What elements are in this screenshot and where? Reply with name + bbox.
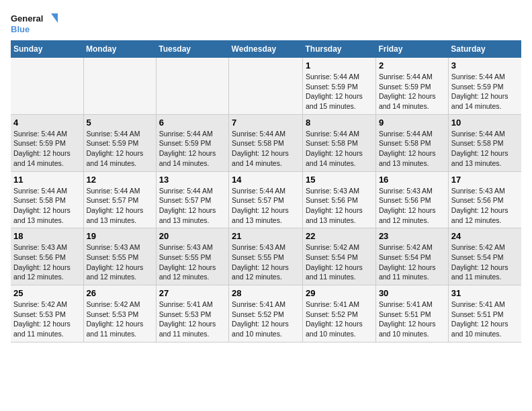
week-row-4: 18Sunrise: 5:43 AMSunset: 5:56 PMDayligh… xyxy=(11,228,521,285)
calendar-cell: 21Sunrise: 5:43 AMSunset: 5:55 PMDayligh… xyxy=(229,228,303,285)
day-info: Sunrise: 5:43 AMSunset: 5:56 PMDaylight:… xyxy=(451,186,519,226)
day-header-monday: Monday xyxy=(83,40,156,58)
calendar-cell: 4Sunrise: 5:44 AMSunset: 5:59 PMDaylight… xyxy=(11,114,83,171)
day-number: 6 xyxy=(159,118,226,128)
calendar-cell: 25Sunrise: 5:42 AMSunset: 5:53 PMDayligh… xyxy=(11,285,83,342)
calendar-cell: 18Sunrise: 5:43 AMSunset: 5:56 PMDayligh… xyxy=(11,228,83,285)
calendar-cell: 5Sunrise: 5:44 AMSunset: 5:59 PMDaylight… xyxy=(83,114,156,171)
day-info: Sunrise: 5:43 AMSunset: 5:56 PMDaylight:… xyxy=(306,186,373,226)
day-info: Sunrise: 5:42 AMSunset: 5:54 PMDaylight:… xyxy=(451,242,519,282)
day-number: 1 xyxy=(306,60,373,71)
day-number: 20 xyxy=(159,231,226,241)
calendar-cell: 10Sunrise: 5:44 AMSunset: 5:58 PMDayligh… xyxy=(448,114,521,171)
calendar-cell: 11Sunrise: 5:44 AMSunset: 5:58 PMDayligh… xyxy=(11,171,83,228)
day-header-saturday: Saturday xyxy=(448,40,521,58)
svg-marker-2 xyxy=(51,13,58,23)
day-info: Sunrise: 5:44 AMSunset: 5:59 PMDaylight:… xyxy=(87,129,153,169)
day-number: 13 xyxy=(159,175,226,185)
day-info: Sunrise: 5:44 AMSunset: 5:57 PMDaylight:… xyxy=(232,186,300,226)
week-row-2: 4Sunrise: 5:44 AMSunset: 5:59 PMDaylight… xyxy=(11,114,521,171)
day-info: Sunrise: 5:41 AMSunset: 5:52 PMDaylight:… xyxy=(232,300,300,339)
day-number: 11 xyxy=(13,175,81,185)
calendar-cell: 14Sunrise: 5:44 AMSunset: 5:57 PMDayligh… xyxy=(229,171,303,228)
day-number: 10 xyxy=(451,118,519,128)
calendar-cell: 20Sunrise: 5:43 AMSunset: 5:55 PMDayligh… xyxy=(156,228,228,285)
day-info: Sunrise: 5:44 AMSunset: 5:58 PMDaylight:… xyxy=(451,129,519,169)
calendar-cell: 23Sunrise: 5:42 AMSunset: 5:54 PMDayligh… xyxy=(375,228,448,285)
calendar-cell: 6Sunrise: 5:44 AMSunset: 5:59 PMDaylight… xyxy=(156,114,228,171)
calendar-cell: 9Sunrise: 5:44 AMSunset: 5:58 PMDaylight… xyxy=(375,114,448,171)
calendar-cell: 2Sunrise: 5:44 AMSunset: 5:59 PMDaylight… xyxy=(375,58,448,114)
calendar-cell: 13Sunrise: 5:44 AMSunset: 5:57 PMDayligh… xyxy=(156,171,228,228)
calendar-cell: 27Sunrise: 5:41 AMSunset: 5:53 PMDayligh… xyxy=(156,285,228,342)
svg-text:Blue: Blue xyxy=(11,24,30,34)
day-info: Sunrise: 5:43 AMSunset: 5:55 PMDaylight:… xyxy=(232,242,300,282)
day-info: Sunrise: 5:41 AMSunset: 5:53 PMDaylight:… xyxy=(159,300,226,339)
calendar-cell: 28Sunrise: 5:41 AMSunset: 5:52 PMDayligh… xyxy=(229,285,303,342)
day-info: Sunrise: 5:43 AMSunset: 5:55 PMDaylight:… xyxy=(87,242,153,282)
day-info: Sunrise: 5:44 AMSunset: 5:59 PMDaylight:… xyxy=(379,72,445,111)
day-info: Sunrise: 5:44 AMSunset: 5:59 PMDaylight:… xyxy=(13,129,81,169)
day-number: 22 xyxy=(306,231,373,241)
calendar-cell: 26Sunrise: 5:42 AMSunset: 5:53 PMDayligh… xyxy=(83,285,156,342)
week-row-5: 25Sunrise: 5:42 AMSunset: 5:53 PMDayligh… xyxy=(11,285,521,342)
calendar-cell: 31Sunrise: 5:41 AMSunset: 5:51 PMDayligh… xyxy=(448,285,521,342)
calendar-cell: 8Sunrise: 5:44 AMSunset: 5:58 PMDaylight… xyxy=(303,114,376,171)
day-number: 15 xyxy=(306,175,373,185)
day-info: Sunrise: 5:44 AMSunset: 5:58 PMDaylight:… xyxy=(13,186,81,226)
svg-text:General: General xyxy=(11,13,43,24)
day-number: 23 xyxy=(379,231,445,241)
day-header-thursday: Thursday xyxy=(303,40,376,58)
day-info: Sunrise: 5:41 AMSunset: 5:51 PMDaylight:… xyxy=(379,300,445,339)
day-info: Sunrise: 5:44 AMSunset: 5:59 PMDaylight:… xyxy=(451,72,519,111)
day-number: 12 xyxy=(87,175,153,185)
week-row-1: 1Sunrise: 5:44 AMSunset: 5:59 PMDaylight… xyxy=(11,58,521,114)
day-number: 2 xyxy=(379,60,445,71)
day-info: Sunrise: 5:44 AMSunset: 5:57 PMDaylight:… xyxy=(87,186,153,226)
calendar-cell: 29Sunrise: 5:41 AMSunset: 5:52 PMDayligh… xyxy=(303,285,376,342)
calendar-cell: 16Sunrise: 5:43 AMSunset: 5:56 PMDayligh… xyxy=(375,171,448,228)
calendar-cell: 3Sunrise: 5:44 AMSunset: 5:59 PMDaylight… xyxy=(448,58,521,114)
calendar-cell xyxy=(83,58,156,114)
calendar-cell: 1Sunrise: 5:44 AMSunset: 5:59 PMDaylight… xyxy=(303,58,376,114)
day-number: 25 xyxy=(13,288,81,298)
calendar-cell: 12Sunrise: 5:44 AMSunset: 5:57 PMDayligh… xyxy=(83,171,156,228)
day-number: 21 xyxy=(232,231,300,241)
day-number: 29 xyxy=(306,288,373,298)
calendar-cell: 22Sunrise: 5:42 AMSunset: 5:54 PMDayligh… xyxy=(303,228,376,285)
day-info: Sunrise: 5:44 AMSunset: 5:58 PMDaylight:… xyxy=(232,129,300,169)
day-number: 16 xyxy=(379,175,445,185)
day-number: 28 xyxy=(232,288,300,298)
calendar-cell: 24Sunrise: 5:42 AMSunset: 5:54 PMDayligh… xyxy=(448,228,521,285)
day-header-tuesday: Tuesday xyxy=(156,40,228,58)
day-number: 7 xyxy=(232,118,300,128)
calendar-cell: 7Sunrise: 5:44 AMSunset: 5:58 PMDaylight… xyxy=(229,114,303,171)
day-info: Sunrise: 5:41 AMSunset: 5:52 PMDaylight:… xyxy=(306,300,373,339)
day-info: Sunrise: 5:41 AMSunset: 5:51 PMDaylight:… xyxy=(451,300,519,339)
calendar-cell: 17Sunrise: 5:43 AMSunset: 5:56 PMDayligh… xyxy=(448,171,521,228)
logo: General Blue xyxy=(11,11,58,38)
day-info: Sunrise: 5:42 AMSunset: 5:54 PMDaylight:… xyxy=(379,242,445,282)
day-info: Sunrise: 5:44 AMSunset: 5:59 PMDaylight:… xyxy=(159,129,226,169)
calendar-cell: 30Sunrise: 5:41 AMSunset: 5:51 PMDayligh… xyxy=(375,285,448,342)
day-info: Sunrise: 5:43 AMSunset: 5:56 PMDaylight:… xyxy=(13,242,81,282)
logo-svg: General Blue xyxy=(11,11,58,38)
day-info: Sunrise: 5:42 AMSunset: 5:53 PMDaylight:… xyxy=(13,300,81,339)
day-info: Sunrise: 5:44 AMSunset: 5:57 PMDaylight:… xyxy=(159,186,226,226)
calendar-cell xyxy=(156,58,228,114)
day-header-sunday: Sunday xyxy=(11,40,83,58)
day-info: Sunrise: 5:43 AMSunset: 5:55 PMDaylight:… xyxy=(159,242,226,282)
day-info: Sunrise: 5:42 AMSunset: 5:54 PMDaylight:… xyxy=(306,242,373,282)
day-number: 30 xyxy=(379,288,445,298)
calendar-cell: 19Sunrise: 5:43 AMSunset: 5:55 PMDayligh… xyxy=(83,228,156,285)
day-info: Sunrise: 5:44 AMSunset: 5:59 PMDaylight:… xyxy=(306,72,373,111)
calendar-cell xyxy=(11,58,83,114)
day-number: 24 xyxy=(451,231,519,241)
day-header-wednesday: Wednesday xyxy=(229,40,303,58)
day-number: 5 xyxy=(87,118,153,128)
days-header-row: SundayMondayTuesdayWednesdayThursdayFrid… xyxy=(11,40,521,58)
day-number: 26 xyxy=(87,288,153,298)
day-number: 19 xyxy=(87,231,153,241)
day-info: Sunrise: 5:43 AMSunset: 5:56 PMDaylight:… xyxy=(379,186,445,226)
day-info: Sunrise: 5:42 AMSunset: 5:53 PMDaylight:… xyxy=(87,300,153,339)
